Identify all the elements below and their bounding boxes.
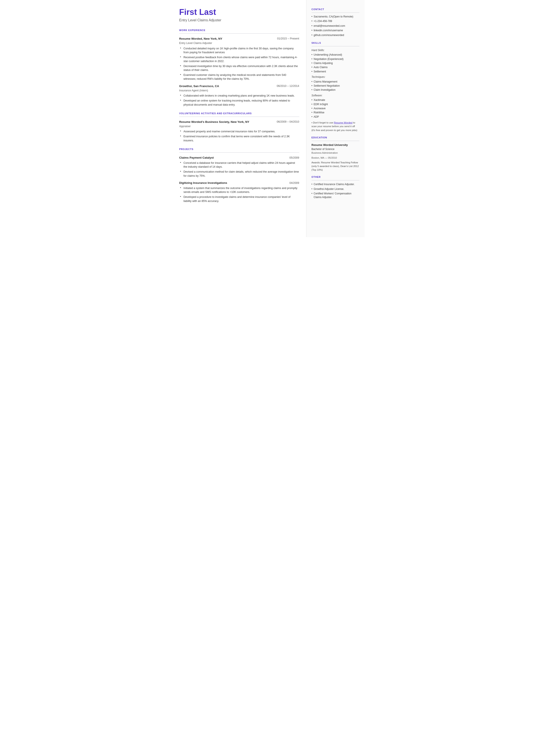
software-list: Xactimate EDR InSight Axonwave RiskWise … bbox=[312, 98, 359, 119]
skill-item: ADP bbox=[312, 115, 359, 119]
edu-degree: Bachelor of Science bbox=[312, 147, 359, 151]
other-list: Certified Insurance Claims Adjuster. Gro… bbox=[312, 182, 359, 199]
promo-before: • Don't forget to use bbox=[312, 121, 334, 124]
project-1: Claims Payment Catalyst 05/2009 Conceive… bbox=[179, 155, 299, 178]
skill-item: Settlement Negotiation bbox=[312, 84, 359, 88]
promo-link[interactable]: Resume Worded bbox=[334, 121, 352, 124]
bullet-item: Conceived a database for insurance carri… bbox=[180, 161, 299, 169]
bullet-item: Examined insurance policies to confirm t… bbox=[180, 134, 299, 142]
bullet-item: Conducted detailed inquiry on 1K high-pr… bbox=[180, 46, 299, 54]
volunteer-1-role: Appraiser bbox=[179, 124, 299, 128]
bullet-item: Received positive feedback from clients … bbox=[180, 55, 299, 63]
bullet-item: Collaborated with brokers in creating ma… bbox=[180, 94, 299, 98]
skill-item: EDR InSight bbox=[312, 102, 359, 106]
projects-title: PROJECTS bbox=[179, 148, 299, 151]
name: First Last bbox=[179, 8, 299, 17]
project-1-header: Claims Payment Catalyst 05/2009 bbox=[179, 155, 299, 160]
other-item: Certified Workers' Compensation Claims A… bbox=[312, 192, 359, 199]
contact-item: Sacramento, CA(Open to Remote) bbox=[312, 15, 359, 18]
bullet-item: Developed a procedure to investigate cla… bbox=[180, 195, 299, 203]
skill-item: Claims Management bbox=[312, 80, 359, 84]
volunteer-1-company: Resume Worded's Business Society, New Yo… bbox=[179, 120, 249, 124]
bullet-item: Developed an online system for tracking … bbox=[180, 99, 299, 106]
volunteering-title: VOLUNTEERING ACTIVITIES AND EXTRACURRICU… bbox=[179, 112, 299, 115]
skills-section: SKILLS Hard Skills: Underwriting (Advanc… bbox=[312, 42, 359, 132]
skills-divider bbox=[312, 46, 359, 46]
other-item: Certified Insurance Claims Adjuster. bbox=[312, 182, 359, 186]
techniques-list: Claims Management Settlement Negotiation… bbox=[312, 80, 359, 92]
contact-divider bbox=[312, 13, 359, 13]
resume-page: First Last Entry Level Claims Adjuster W… bbox=[171, 0, 365, 237]
edu-school: Resume Worded University bbox=[312, 143, 359, 147]
project-1-date: 05/2009 bbox=[289, 156, 299, 160]
bullet-item: Devised a communication method for claim… bbox=[180, 170, 299, 178]
skill-item: Underwriting (Advanced) bbox=[312, 53, 359, 57]
contact-list: Sacramento, CA(Open to Remote) +1-234-45… bbox=[312, 15, 359, 37]
volunteer-1-bullets: Assessed property and marine commercial … bbox=[179, 129, 299, 142]
skill-item: Settlement bbox=[312, 70, 359, 73]
skill-item: RiskWise bbox=[312, 111, 359, 114]
left-column: First Last Entry Level Claims Adjuster W… bbox=[171, 0, 306, 237]
skill-item: Auto Claims bbox=[312, 66, 359, 69]
edu-awards: Awards: Resume Worded Teaching Fellow (o… bbox=[312, 161, 359, 172]
other-section: OTHER Certified Insurance Claims Adjuste… bbox=[312, 176, 359, 199]
skill-item: Axonwave bbox=[312, 107, 359, 110]
skill-item: Xactimate bbox=[312, 98, 359, 102]
bullet-item: Assessed property and marine commercial … bbox=[180, 129, 299, 133]
promo-text: • Don't forget to use Resume Worded to s… bbox=[312, 121, 359, 132]
techniques-label: Techniques: bbox=[312, 75, 359, 79]
software-label: Software: bbox=[312, 94, 359, 98]
job-1: Resume Worded, New York, NY 01/2015 – Pr… bbox=[179, 37, 299, 81]
job-2: Growthsi, San Francisco, CA 06/2010 – 12… bbox=[179, 84, 299, 107]
contact-item: +1-234-456-789 bbox=[312, 19, 359, 23]
right-column: CONTACT Sacramento, CA(Open to Remote) +… bbox=[306, 0, 365, 237]
title: Entry Level Claims Adjuster bbox=[179, 18, 299, 23]
job-2-company: Growthsi, San Francisco, CA bbox=[179, 84, 219, 88]
job-1-role: Entry Level Claims Adjuster bbox=[179, 41, 299, 45]
project-1-bullets: Conceived a database for insurance carri… bbox=[179, 161, 299, 178]
skill-item: Negotiation (Experienced) bbox=[312, 57, 359, 61]
bullet-item: Initiated a system that summarizes the o… bbox=[180, 186, 299, 194]
contact-item: linkedin.com/in/username bbox=[312, 29, 359, 32]
other-item: Growthsi Adjuster License. bbox=[312, 187, 359, 191]
contact-section: CONTACT Sacramento, CA(Open to Remote) +… bbox=[312, 8, 359, 37]
job-2-header: Growthsi, San Francisco, CA 06/2010 – 12… bbox=[179, 84, 299, 88]
contact-item: github.com/resumeworded bbox=[312, 33, 359, 37]
project-2-title: Digitizing Insurance Investigations bbox=[179, 181, 227, 185]
skills-title: SKILLS bbox=[312, 42, 359, 45]
project-2-header: Digitizing Insurance Investigations 04/2… bbox=[179, 181, 299, 185]
job-1-company: Resume Worded, New York, NY bbox=[179, 37, 222, 41]
job-2-bullets: Collaborated with brokers in creating ma… bbox=[179, 94, 299, 106]
project-1-title: Claims Payment Catalyst bbox=[179, 155, 214, 160]
hard-skills-list: Underwriting (Advanced) Negotiation (Exp… bbox=[312, 53, 359, 73]
skill-item: Claims Adjusting bbox=[312, 61, 359, 65]
skill-item: Claim Investigation bbox=[312, 88, 359, 92]
education-title: EDUCATION bbox=[312, 136, 359, 139]
volunteer-1: Resume Worded's Business Society, New Yo… bbox=[179, 120, 299, 142]
project-2-date: 04/2009 bbox=[289, 181, 299, 185]
hard-skills-label: Hard Skills: bbox=[312, 48, 359, 52]
contact-title: CONTACT bbox=[312, 8, 359, 11]
job-1-bullets: Conducted detailed inquiry on 1K high-pr… bbox=[179, 46, 299, 81]
job-2-dates: 06/2010 – 12/2014 bbox=[277, 84, 299, 88]
project-2: Digitizing Insurance Investigations 04/2… bbox=[179, 181, 299, 203]
bullet-item: Examined customer claims by analyzing th… bbox=[180, 73, 299, 81]
work-experience-divider bbox=[179, 33, 299, 34]
edu-location-date: Boston, MA — 05/2010 bbox=[312, 156, 359, 160]
volunteer-1-dates: 06/2009 – 04/2010 bbox=[277, 120, 299, 124]
job-2-role: Insurance Agent (Intern) bbox=[179, 89, 299, 93]
work-experience-title: WORK EXPERIENCE bbox=[179, 29, 299, 32]
edu-field: Business Administration bbox=[312, 151, 359, 155]
job-1-header: Resume Worded, New York, NY 01/2015 – Pr… bbox=[179, 37, 299, 41]
education-divider bbox=[312, 141, 359, 141]
volunteering-divider bbox=[179, 117, 299, 117]
other-divider bbox=[312, 180, 359, 181]
job-1-dates: 01/2015 – Present bbox=[277, 37, 299, 41]
bullet-item: Decreased investigation time by 30 days … bbox=[180, 64, 299, 72]
other-title: OTHER bbox=[312, 176, 359, 179]
volunteer-1-header: Resume Worded's Business Society, New Yo… bbox=[179, 120, 299, 124]
project-2-bullets: Initiated a system that summarizes the o… bbox=[179, 186, 299, 203]
education-section: EDUCATION Resume Worded University Bache… bbox=[312, 136, 359, 172]
contact-item: email@resumeworded.com bbox=[312, 24, 359, 28]
